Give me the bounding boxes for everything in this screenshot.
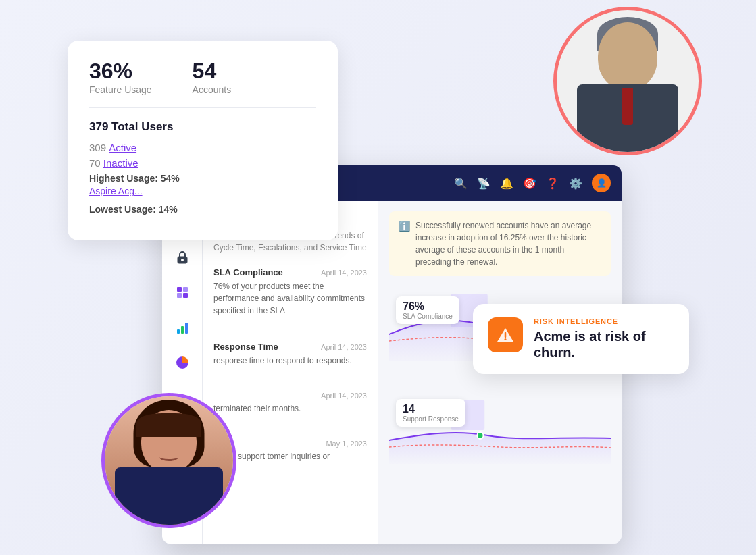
target-icon[interactable]: 🎯 (523, 177, 536, 190)
highest-usage-label: Highest Usage: 54% (89, 173, 316, 184)
woman-body (115, 467, 223, 528)
support-label-bubble: 14 Support Response (396, 399, 465, 427)
sla-item-header: SLA Compliance April 14, 2023 (213, 267, 367, 278)
warning-icon (496, 325, 515, 344)
svg-rect-8 (183, 293, 188, 298)
info-text: Successfully renewed accounts have an av… (415, 219, 601, 268)
churn-item-header: April 14, 2023 (213, 392, 367, 400)
settings-icon[interactable]: ⚙️ (569, 177, 582, 190)
active-count: 309 (89, 142, 106, 153)
svg-rect-6 (183, 287, 188, 292)
svg-rect-7 (177, 293, 182, 298)
svg-point-15 (505, 338, 507, 340)
inactive-count: 70 (89, 157, 101, 169)
risk-title: Acme is at risk of churn. (534, 328, 674, 361)
stats-top-row: 36% Feature Usage 54 Accounts (89, 59, 316, 108)
man-head (598, 22, 657, 90)
accounts-value: 54 (193, 59, 232, 83)
sidebar-item-pages[interactable] (172, 282, 193, 303)
support-item: May 1, 2023 by the support tomer inquiri… (213, 440, 367, 475)
churn-item: April 14, 2023 terminated their months. (213, 392, 367, 427)
response-item-header: Response Time April 14, 2023 (213, 342, 367, 352)
active-users-row: 309 Active (89, 142, 316, 153)
sidebar-item-security[interactable] (172, 246, 193, 268)
response-date: April 14, 2023 (321, 343, 367, 351)
support-body: by the support tomer inquiries or (213, 450, 367, 462)
sla-bubble-value: 76% (403, 300, 453, 313)
support-bubble-label: Support Response (403, 415, 459, 423)
sla-body: 76% of your products meet the performanc… (213, 280, 367, 317)
feature-usage-label: Feature Usage (89, 84, 152, 95)
svg-rect-11 (185, 323, 188, 334)
highest-usage-link[interactable]: Aspire Acg... (89, 186, 143, 196)
bell-icon[interactable]: 🔔 (500, 177, 513, 190)
active-link[interactable]: Active (109, 142, 136, 153)
info-banner: ℹ️ Successfully renewed accounts have an… (389, 211, 611, 276)
response-item: Response Time April 14, 2023 response ti… (213, 342, 367, 379)
feature-usage-value: 36% (89, 59, 152, 83)
inactive-link[interactable]: Inactive (103, 157, 138, 169)
inactive-users-row: 70 Inactive (89, 157, 316, 169)
risk-card: Risk Intelligence Acme is at risk of chu… (473, 304, 689, 374)
accounts-label: Accounts (193, 84, 232, 95)
support-item-header: May 1, 2023 (213, 440, 367, 448)
highest-usage-item: Highest Usage: 54% Aspire Acg... (89, 173, 316, 197)
nav-icons: 🔍 📡 🔔 🎯 ❓ ⚙️ 👤 (454, 174, 611, 192)
risk-category: Risk Intelligence (534, 317, 674, 325)
woman-face (105, 396, 233, 525)
support-chart: 14 Support Response (389, 390, 611, 484)
sidebar-item-pie[interactable] (172, 352, 193, 373)
response-title: Response Time (213, 342, 278, 352)
woman-hair-front (136, 413, 201, 437)
response-body: response time to respond to responds. (213, 354, 367, 367)
man-face (557, 10, 699, 152)
risk-icon-box (488, 317, 523, 352)
support-bubble-value: 14 (403, 403, 459, 415)
woman-smile (159, 453, 178, 461)
churn-date: April 14, 2023 (321, 392, 367, 400)
support-date: May 1, 2023 (326, 440, 367, 448)
sla-item: SLA Compliance April 14, 2023 76% of you… (213, 267, 367, 329)
svg-point-4 (181, 259, 184, 261)
nav-avatar[interactable]: 👤 (592, 174, 611, 192)
svg-rect-10 (181, 326, 184, 334)
help-icon[interactable]: ❓ (546, 177, 559, 190)
scene: 36% Feature Usage 54 Accounts 379 Total … (0, 0, 756, 555)
lowest-usage-item: Lowest Usage: 14% (89, 204, 316, 215)
svg-point-14 (477, 432, 483, 439)
sla-title: SLA Compliance (213, 267, 283, 278)
usage-section: Highest Usage: 54% Aspire Acg... Lowest … (89, 173, 316, 215)
info-icon: ℹ️ (399, 219, 410, 268)
search-icon[interactable]: 🔍 (454, 177, 468, 190)
total-users: 379 Total Users (89, 120, 316, 134)
churn-body: terminated their months. (213, 402, 367, 415)
sla-bubble-label: SLA Compliance (403, 313, 453, 320)
svg-rect-9 (177, 329, 180, 334)
risk-content: Risk Intelligence Acme is at risk of chu… (534, 317, 674, 361)
man-avatar (553, 7, 702, 155)
feature-usage-stat: 36% Feature Usage (89, 59, 152, 95)
sidebar-item-analytics[interactable] (172, 317, 193, 338)
lowest-usage-label: Lowest Usage: 14% (89, 204, 316, 215)
man-tie (622, 88, 633, 125)
accounts-stat: 54 Accounts (193, 59, 232, 95)
feed-icon[interactable]: 📡 (477, 177, 490, 190)
svg-rect-5 (177, 287, 182, 292)
woman-avatar (101, 393, 236, 528)
sla-date: April 14, 2023 (321, 269, 367, 277)
stats-card: 36% Feature Usage 54 Accounts 379 Total … (68, 41, 338, 240)
sla-label-bubble: 76% SLA Compliance (396, 296, 459, 324)
